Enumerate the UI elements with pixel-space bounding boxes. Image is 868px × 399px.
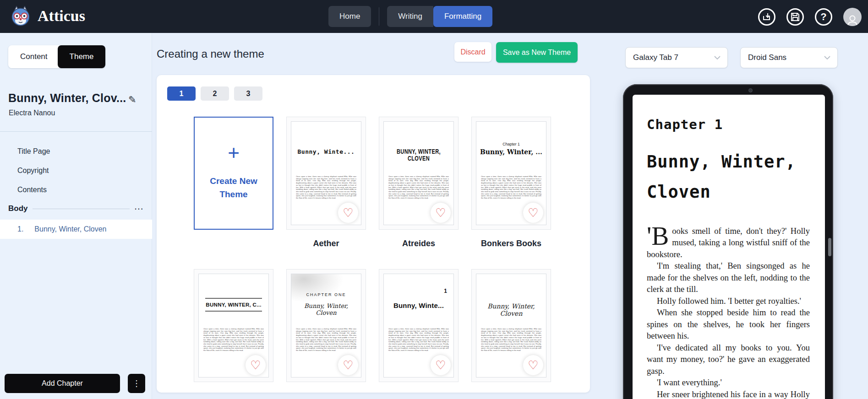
theme-card[interactable]: Chapter One Bunny, Winter, Cloven Once u… [286,269,366,382]
page-button-1[interactable]: 1 [167,86,196,101]
favorite-heart-icon[interactable]: ♡ [246,355,266,375]
chapter-title: Bunny, Winter, Cloven [34,225,106,233]
watercolor-flower-decoration [291,274,343,302]
preview-body-text: 'Books smell of time, don't they?' Holly… [647,226,810,399]
theme-preview-title: Bunny, Winter, C... [205,298,262,312]
device-select-value: Galaxy Tab 7 [633,53,678,62]
theme-name: Bonkers Books [471,239,551,248]
add-chapter-button[interactable]: Add Chapter [5,374,120,393]
chevron-down-icon [824,55,831,60]
font-select[interactable]: Droid Sans [740,47,838,68]
gallery-pagination: 1 2 3 [167,86,262,101]
theme-name: Atreides [379,239,459,248]
sidebar-mode-switch: Content Theme [8,45,105,68]
tablet-screen: Chapter 1 Bunny, Winter, Cloven 'Books s… [633,95,825,399]
tablet-preview-frame: Chapter 1 Bunny, Winter, Cloven 'Books s… [623,84,833,399]
brand[interactable]: Atticus [10,5,85,27]
avatar[interactable] [843,8,862,26]
theme-preview-page-number: 1 [444,288,447,294]
theme-preview-title: Bunny, Winter, Cloven [388,148,450,162]
theme-preview-title: Bunny, Winter, Cloven [480,302,542,317]
chevron-down-icon [714,55,721,60]
navbar-actions: ? [758,8,862,26]
chapter-number: 1. [17,225,23,233]
body-section-header: Body ⋯ [8,204,144,213]
atticus-logo-icon [10,5,31,27]
sidebar-item-copyright[interactable]: Copyright [0,161,152,180]
brand-name: Atticus [38,7,85,25]
drop-cap: 'B [647,226,672,247]
theme-preview-title: Bunny, Winte... [295,148,357,155]
theme-preview-title: Bunny, Winter, ... [480,148,542,156]
sidebar-item-contents[interactable]: Contents [0,180,152,200]
book-author: Electra Nanou [9,109,55,117]
theme-card-aether[interactable]: Bunny, Winte... Once upon a time, there … [286,117,366,230]
favorite-heart-icon[interactable]: ♡ [523,203,543,223]
theme-gallery-panel: 1 2 3 + Create New Theme Bunny, Winte...… [157,75,590,393]
theme-preview-title: Bunny, Winte... [388,302,450,309]
sidebar-item-title-page[interactable]: Title Page [0,142,152,161]
theme-card-bonkers-books[interactable]: Chapter 1 Bunny, Winter, ... Once upon a… [471,117,551,230]
page-title: Creating a new theme [157,48,264,60]
body-section-label: Body [8,204,28,213]
help-icon[interactable]: ? [815,8,832,26]
theme-card[interactable]: Bunny, Winter, C... Once upon a time, th… [194,269,273,382]
create-new-theme-label: Create New Theme [206,175,261,201]
theme-preview-chapter-label: Chapter One [295,292,357,297]
export-icon[interactable] [758,8,775,26]
discard-button[interactable]: Discard [454,42,491,62]
device-select[interactable]: Galaxy Tab 7 [625,47,728,68]
tab-formatting[interactable]: Formatting [433,6,492,27]
font-select-value: Droid Sans [748,53,786,62]
theme-preview-title: Bunny, Winter, Cloven [295,302,357,316]
tab-home[interactable]: Home [328,6,371,27]
tab-content[interactable]: Content [8,45,60,68]
save-icon[interactable] [786,8,804,26]
page-button-3[interactable]: 3 [234,86,262,101]
create-new-theme-card[interactable]: + Create New Theme [194,117,273,230]
theme-card-atreides[interactable]: Bunny, Winter, Cloven Once upon a time, … [379,117,459,230]
tablet-side-button [828,238,831,256]
plus-icon: + [228,143,240,163]
app-window: Atticus Home Writing Formatting [0,0,868,399]
nav-tabs: Home Writing Formatting [328,6,492,27]
theme-preview-chapter-label: Chapter 1 [480,142,542,146]
edit-title-icon[interactable]: ✎ [128,94,136,105]
chapter-options-kebab-icon[interactable]: ⋮ [128,374,145,393]
tab-theme[interactable]: Theme [58,45,106,68]
divider [0,131,152,132]
nav-divider [379,7,379,26]
favorite-heart-icon[interactable]: ♡ [431,355,451,375]
page-button-2[interactable]: 2 [201,86,229,101]
top-navbar: Atticus Home Writing Formatting [0,0,868,33]
divider [33,209,130,209]
preview-chapter-title: Bunny, Winter, Cloven [647,147,810,207]
theme-card[interactable]: Bunny, Winter, Cloven Once upon a time, … [471,269,551,382]
favorite-heart-icon[interactable]: ♡ [338,355,358,375]
tablet-camera-dot [748,88,753,92]
favorite-heart-icon[interactable]: ♡ [523,355,543,375]
sidebar: Content Theme Bunny, Winter, Clov... ✎ E… [0,33,152,399]
book-title: Bunny, Winter, Clov... [8,92,128,105]
favorite-heart-icon[interactable]: ♡ [338,203,358,223]
tab-writing[interactable]: Writing [387,6,433,27]
save-as-new-theme-button[interactable]: Save as New Theme [496,42,578,63]
favorite-heart-icon[interactable]: ♡ [431,203,451,223]
body-section-menu-icon[interactable]: ⋯ [134,206,144,211]
preview-chapter-label: Chapter 1 [647,117,810,132]
sidebar-item-chapter-1[interactable]: 1. Bunny, Winter, Cloven [0,220,152,239]
theme-name: Aether [286,239,366,248]
theme-card[interactable]: 1 Bunny, Winte... Once upon a time, ther… [379,269,459,382]
